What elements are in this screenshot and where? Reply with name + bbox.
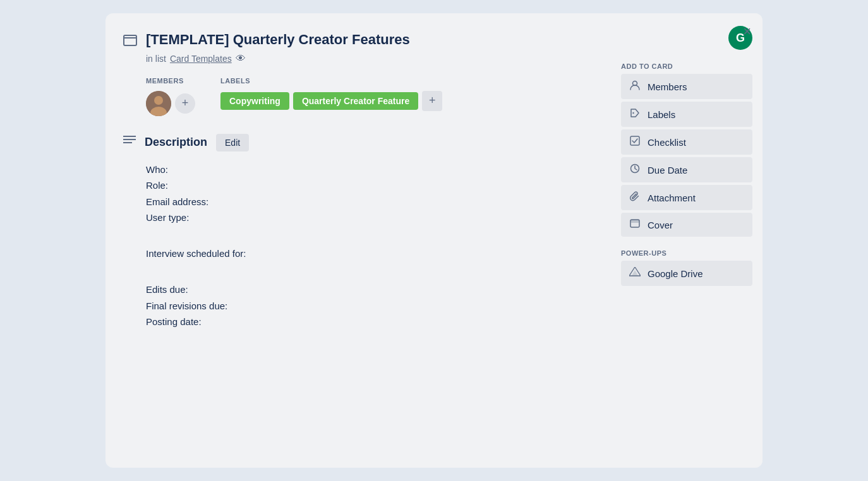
card-header: [TEMPLATE] Quarterly Creator Features in… — [123, 31, 596, 64]
sidebar-cover-button[interactable]: Cover — [621, 213, 752, 237]
google-drive-icon — [629, 267, 641, 280]
labels-section: LABELS Copywriting Quarterly Creator Fea… — [220, 77, 442, 116]
description-body: Who:Role:Email address:User type: Interv… — [146, 162, 596, 330]
sidebar-attachment-label: Attachment — [648, 193, 696, 203]
close-button[interactable]: × — [740, 22, 754, 41]
duedate-icon — [629, 163, 641, 176]
power-ups-label: POWER-UPS — [621, 249, 752, 257]
add-member-button[interactable]: + — [175, 93, 195, 114]
card-type-icon — [123, 33, 137, 50]
attachment-icon — [629, 191, 641, 204]
sidebar-members-label: Members — [648, 81, 687, 92]
add-to-card-label: ADD TO CARD — [621, 62, 752, 70]
modal-main: [TEMPLATE] Quarterly Creator Features in… — [105, 13, 611, 468]
card-title: [TEMPLATE] Quarterly Creator Features — [146, 31, 410, 49]
members-icon — [629, 80, 641, 93]
members-section: MEMBERS + — [146, 77, 195, 116]
modal-sidebar: G ADD TO CARD Members — [611, 13, 763, 468]
svg-point-9 — [632, 112, 634, 114]
label-quarterly-creator[interactable]: Quarterly Creator Feature — [293, 92, 418, 110]
sidebar-googledrive-button[interactable]: Google Drive — [621, 261, 752, 286]
sidebar-cover-label: Cover — [648, 220, 673, 230]
sidebar-googledrive-label: Google Drive — [648, 268, 703, 279]
power-ups-section: POWER-UPS Google Drive — [621, 249, 752, 286]
members-list: + — [146, 91, 195, 116]
list-name-link[interactable]: Card Templates — [170, 54, 232, 64]
labels-icon — [629, 108, 641, 121]
svg-rect-0 — [124, 35, 136, 45]
add-label-button[interactable]: + — [422, 91, 442, 111]
sidebar-user-avatar-container: G — [621, 26, 752, 50]
sidebar-labels-button[interactable]: Labels — [621, 102, 752, 127]
meta-row: MEMBERS + LABELS Copywriting — [146, 77, 596, 116]
edit-description-button[interactable]: Edit — [216, 134, 249, 151]
checklist-icon — [629, 136, 641, 148]
sidebar-labels-label: Labels — [648, 109, 675, 120]
card-modal: × [TEMPLATE] Quarterly Creator Features … — [105, 13, 763, 468]
description-icon — [123, 135, 136, 150]
card-header-content: [TEMPLATE] Quarterly Creator Features in… — [146, 31, 410, 64]
labels-list: Copywriting Quarterly Creator Feature + — [220, 91, 442, 111]
sidebar-duedate-label: Due Date — [648, 165, 687, 175]
cover-icon — [629, 219, 641, 230]
watch-icon[interactable]: 👁 — [236, 53, 246, 64]
label-copywriting[interactable]: Copywriting — [220, 92, 289, 110]
description-title: Description — [145, 136, 207, 149]
sidebar-members-button[interactable]: Members — [621, 74, 752, 99]
labels-heading: LABELS — [220, 77, 442, 85]
sidebar-attachment-button[interactable]: Attachment — [621, 185, 752, 210]
sidebar-checklist-button[interactable]: Checklist — [621, 129, 752, 155]
members-heading: MEMBERS — [146, 77, 195, 85]
svg-rect-10 — [630, 136, 639, 145]
member-avatar[interactable] — [146, 91, 171, 116]
svg-point-3 — [154, 96, 163, 105]
sidebar-duedate-button[interactable]: Due Date — [621, 157, 752, 182]
description-header: Description Edit — [123, 134, 596, 151]
in-list-text: in list — [146, 54, 166, 64]
svg-rect-13 — [630, 220, 639, 223]
card-list-info: in list Card Templates 👁 — [146, 53, 410, 64]
add-to-card-section: ADD TO CARD Members Labels — [621, 62, 752, 237]
sidebar-checklist-label: Checklist — [648, 137, 686, 148]
description-section: Description Edit Who:Role:Email address:… — [123, 134, 596, 330]
